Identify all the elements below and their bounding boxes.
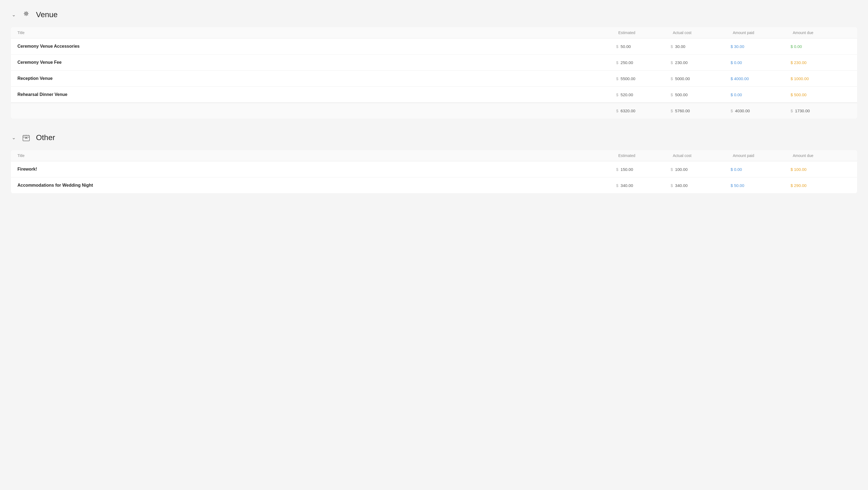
currency-symbol: $ xyxy=(616,44,618,49)
currency-symbol: $ xyxy=(616,167,618,172)
svg-line-6 xyxy=(25,12,25,13)
estimated-cell: $520.00 xyxy=(616,92,671,97)
amount-paid-cell: $ 0.00 xyxy=(731,60,790,65)
actual-cost-value: 340.00 xyxy=(675,183,687,188)
amount-paid-cell: $ 4000.00 xyxy=(731,76,790,81)
section-title: Other xyxy=(36,133,55,142)
header-actual_cost: Actual cost xyxy=(671,31,731,35)
estimated-cell: $150.00 xyxy=(616,167,671,172)
amount-paid-cell: $ 0.00 xyxy=(731,92,790,97)
actual-cost-cell: $230.00 xyxy=(671,60,731,65)
totals-empty xyxy=(18,108,616,113)
actual-cost-cell: $30.00 xyxy=(671,44,731,49)
table-row[interactable]: Accommodations for Wedding Night$340.00$… xyxy=(11,177,857,193)
actual-cost-value: 5000.00 xyxy=(675,76,690,81)
currency-symbol: $ xyxy=(731,108,733,113)
actual-cost-cell: $100.00 xyxy=(671,167,731,172)
estimated-value: 250.00 xyxy=(620,60,633,65)
chevron-down-icon: ⌄ xyxy=(11,135,17,141)
actual-cost-value: 230.00 xyxy=(675,60,687,65)
totals-row: $6320.00$5760.00$4030.00$1730.00 xyxy=(11,103,857,119)
estimated-value: 5500.00 xyxy=(620,76,635,81)
row-title: Ceremony Venue Fee xyxy=(18,60,616,65)
estimated-cell: $250.00 xyxy=(616,60,671,65)
venue-icon xyxy=(20,9,32,21)
currency-symbol: $ xyxy=(671,183,673,188)
amount-paid-cell: $ 50.00 xyxy=(731,183,790,188)
amount-due-cell: $ 1000.00 xyxy=(790,76,850,81)
amount-due-cell: $ 230.00 xyxy=(790,60,850,65)
svg-point-1 xyxy=(26,13,27,14)
estimated-value: 520.00 xyxy=(620,92,633,97)
total-amount_paid: $4030.00 xyxy=(731,108,790,113)
amount-due-cell: $ 290.00 xyxy=(790,183,850,188)
amount-paid-cell: $ 0.00 xyxy=(731,167,790,172)
header-title: Title xyxy=(18,154,616,158)
estimated-cell: $5500.00 xyxy=(616,76,671,81)
amount-due-cell: $ 500.00 xyxy=(790,92,850,97)
table-row[interactable]: Firework!$150.00$100.00$ 0.00$ 100.00 xyxy=(11,161,857,177)
total-actual_cost: $5760.00 xyxy=(671,108,731,113)
table-container: TitleEstimatedActual costAmount paidAmou… xyxy=(11,27,857,119)
table-header-row: TitleEstimatedActual costAmount paidAmou… xyxy=(11,27,857,38)
section-header-venue[interactable]: ⌄ Venue xyxy=(11,9,857,21)
currency-symbol: $ xyxy=(616,108,618,113)
header-amount_paid: Amount paid xyxy=(731,154,790,158)
header-actual_cost: Actual cost xyxy=(671,154,731,158)
currency-symbol: $ xyxy=(616,183,618,188)
estimated-value: 340.00 xyxy=(620,183,633,188)
header-estimated: Estimated xyxy=(616,31,671,35)
row-title: Firework! xyxy=(18,167,616,172)
actual-cost-value: 30.00 xyxy=(675,44,685,49)
header-title: Title xyxy=(18,31,616,35)
actual-cost-value: 500.00 xyxy=(675,92,687,97)
table-row[interactable]: Ceremony Venue Fee$250.00$230.00$ 0.00$ … xyxy=(11,55,857,71)
table-row[interactable]: Reception Venue$5500.00$5000.00$ 4000.00… xyxy=(11,71,857,87)
table-container: TitleEstimatedActual costAmount paidAmou… xyxy=(11,150,857,193)
section-title: Venue xyxy=(36,10,58,19)
currency-symbol: $ xyxy=(671,60,673,65)
svg-line-7 xyxy=(27,15,28,15)
chevron-down-icon: ⌄ xyxy=(11,12,17,18)
svg-line-9 xyxy=(25,15,25,15)
currency-symbol: $ xyxy=(790,108,793,113)
section-other: ⌄ OtherTitleEstimatedActual costAmount p… xyxy=(11,132,857,193)
currency-symbol: $ xyxy=(671,167,673,172)
row-title: Ceremony Venue Accessories xyxy=(18,44,616,49)
actual-cost-cell: $500.00 xyxy=(671,92,731,97)
section-header-other[interactable]: ⌄ Other xyxy=(11,132,857,143)
estimated-value: 150.00 xyxy=(620,167,633,172)
amount-due-cell: $ 0.00 xyxy=(790,44,850,49)
currency-symbol: $ xyxy=(616,60,618,65)
currency-symbol: $ xyxy=(671,44,673,49)
actual-cost-cell: $5000.00 xyxy=(671,76,731,81)
total-estimated: $6320.00 xyxy=(616,108,671,113)
currency-symbol: $ xyxy=(616,76,618,81)
currency-symbol: $ xyxy=(671,108,673,113)
svg-line-8 xyxy=(27,12,28,13)
row-title: Rehearsal Dinner Venue xyxy=(18,92,616,97)
currency-symbol: $ xyxy=(671,92,673,97)
header-amount_due: Amount due xyxy=(790,31,850,35)
actual-cost-value: 100.00 xyxy=(675,167,687,172)
header-estimated: Estimated xyxy=(616,154,671,158)
total-amount_due: $1730.00 xyxy=(790,108,850,113)
table-header-row: TitleEstimatedActual costAmount paidAmou… xyxy=(11,150,857,161)
currency-symbol: $ xyxy=(616,92,618,97)
amount-paid-cell: $ 30.00 xyxy=(731,44,790,49)
row-title: Reception Venue xyxy=(18,76,616,81)
header-amount_due: Amount due xyxy=(790,154,850,158)
actual-cost-cell: $340.00 xyxy=(671,183,731,188)
currency-symbol: $ xyxy=(671,76,673,81)
row-title: Accommodations for Wedding Night xyxy=(18,183,616,188)
section-venue: ⌄ VenueTitleEstimatedActual costAmount p… xyxy=(11,9,857,119)
estimated-cell: $50.00 xyxy=(616,44,671,49)
other-icon xyxy=(20,132,32,143)
estimated-value: 50.00 xyxy=(620,44,631,49)
amount-due-cell: $ 100.00 xyxy=(790,167,850,172)
estimated-cell: $340.00 xyxy=(616,183,671,188)
header-amount_paid: Amount paid xyxy=(731,31,790,35)
table-row[interactable]: Rehearsal Dinner Venue$520.00$500.00$ 0.… xyxy=(11,87,857,103)
table-row[interactable]: Ceremony Venue Accessories$50.00$30.00$ … xyxy=(11,38,857,55)
